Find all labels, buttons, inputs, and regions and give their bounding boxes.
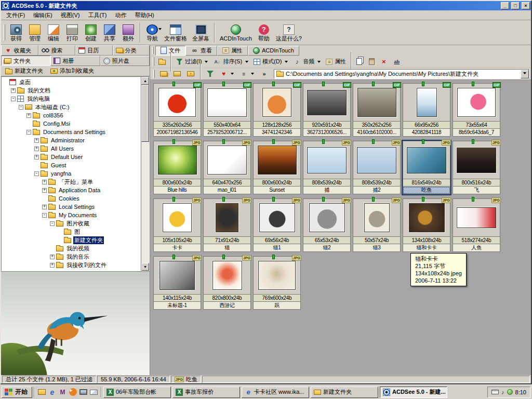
toolbar-button-help[interactable]: ?帮助 <box>255 21 273 44</box>
tree-item[interactable]: +Administrator <box>2 136 141 144</box>
expand-icon[interactable]: + <box>42 180 47 184</box>
scroll-down-icon[interactable]: ▼ <box>141 263 149 271</box>
expand-icon[interactable]: + <box>26 113 31 118</box>
tree-item[interactable]: -本地磁盘 (C:) <box>2 103 141 111</box>
toolbar-button-acdintouch[interactable]: ACDInTouch <box>217 21 255 44</box>
thumbnail[interactable]: JPG140x115x24b未标题-1 <box>153 256 201 310</box>
thumbnail[interactable]: GIF920x591x24b3627312006526... <box>303 83 351 137</box>
expand-icon[interactable]: + <box>11 88 16 93</box>
tree-item[interactable]: -Documents and Settings <box>2 128 141 136</box>
tree-item[interactable]: +我的文档 <box>2 86 141 95</box>
expand-icon[interactable]: + <box>34 147 39 151</box>
toolbar-button-print[interactable]: 打印 <box>63 21 82 44</box>
expand-icon[interactable]: + <box>34 138 39 143</box>
add-to-favorites-button[interactable]: +添加到收藏夹 <box>47 66 97 75</box>
current-folder-button[interactable]: 新建文件夹 <box>2 66 46 75</box>
expand-icon[interactable]: + <box>42 205 47 209</box>
toolbar-button-acquire[interactable]: 获得 <box>7 21 25 44</box>
tree-item[interactable]: -图片收藏 <box>2 219 141 228</box>
expand-icon[interactable]: + <box>42 188 47 193</box>
menu-item[interactable]: 视图(V) <box>57 10 84 20</box>
thumbnail[interactable]: JPG816x549x24b吃鱼 <box>403 141 450 194</box>
address-addr1-button[interactable] <box>157 69 170 79</box>
quicklaunch-mail-icon[interactable] <box>89 388 98 396</box>
thumbnail[interactable]: JPG808x539x24b捕 <box>303 141 351 194</box>
tree-item[interactable]: 桌面 <box>2 78 141 86</box>
browser-tab-propstab[interactable]: ≡属性 <box>217 46 248 56</box>
quicklaunch-folder-icon[interactable] <box>37 388 46 396</box>
thumbnail[interactable]: JPG808x539x24b捕2 <box>353 141 401 194</box>
menu-item[interactable]: 帮助(H) <box>130 10 158 20</box>
thumbnail[interactable]: GIF73x55x648b59c643da6_7 <box>453 83 500 137</box>
thumbnail[interactable]: GIF66x95x25642082841118 <box>403 83 450 137</box>
expand-icon[interactable]: + <box>50 255 55 259</box>
thumbnail[interactable]: JPG769x600x24b跃 <box>253 256 301 310</box>
tree-item[interactable]: -yangfna <box>2 169 141 178</box>
address-addrmore-button[interactable]: » <box>258 69 271 79</box>
tree-item[interactable]: +Local Settings <box>2 203 141 211</box>
tree-item[interactable]: 图 <box>2 228 141 236</box>
thumbnail[interactable]: JPG800x600x24bSunset <box>253 141 301 194</box>
toolbar-button-fullscreen[interactable]: 全屏幕 <box>190 21 212 44</box>
scrollbar-thumb[interactable] <box>141 85 149 142</box>
minimize-button[interactable]: _ <box>501 2 509 9</box>
tree-item[interactable]: +我接收到的文件 <box>2 261 141 269</box>
close-button[interactable]: × <box>522 2 530 9</box>
quicklaunch-desktop-icon[interactable] <box>79 388 88 396</box>
thumbnail[interactable]: JPG105x105x24b卡卡 <box>153 198 201 252</box>
collapse-icon[interactable]: - <box>26 130 31 135</box>
start-button[interactable]: 开始 <box>2 387 32 398</box>
tree-item[interactable]: +col8356 <box>2 111 141 119</box>
tree-item[interactable]: Cookies <box>2 194 141 203</box>
thumbnail[interactable]: GIF350x262x2564160cb6102000... <box>353 83 401 137</box>
taskbar-clock[interactable]: 8:10 <box>515 389 526 395</box>
browse-audio-button[interactable]: ♪音频 <box>290 57 323 67</box>
thumbnail[interactable]: JPG134x108x24b猫和卡卡 <box>403 198 450 252</box>
tree-item[interactable]: +Default User <box>2 153 141 161</box>
toolbar-button-whatsthis[interactable]: ?这是什么? <box>273 21 304 44</box>
collapse-icon[interactable]: - <box>19 105 23 110</box>
maximize-button[interactable]: □ <box>511 2 520 9</box>
toolbar-button-extra[interactable]: 额外 <box>119 21 138 44</box>
browse-toolbar-grip[interactable] <box>153 57 154 65</box>
thumbnail[interactable]: JPG50x57x24b猫3 <box>353 198 401 252</box>
collapse-icon[interactable]: - <box>34 171 39 176</box>
toolbar-button-create[interactable]: 创建 <box>82 21 100 44</box>
thumbnail[interactable]: JPG800x516x24b飞 <box>453 141 500 194</box>
tab-categories[interactable]: 分类 <box>113 45 150 56</box>
title-bar[interactable]: ACDSee 5.0 - 新建文件夹 _ □ × <box>1 1 531 10</box>
menu-item[interactable]: 动作 <box>111 10 130 20</box>
browse-copy-button[interactable] <box>354 57 366 67</box>
task-button[interactable]: ACDSee 5.0 - 新建... <box>380 387 447 398</box>
browse-paste-button[interactable] <box>366 57 377 67</box>
thumbnail[interactable]: JPG71x91x24b猫 <box>203 198 251 252</box>
collapse-icon[interactable]: - <box>50 221 55 226</box>
toolbar-button-navigate[interactable]: 导航 <box>143 21 162 44</box>
thumbnail[interactable]: GIF550x400x642579252006712... <box>203 83 251 137</box>
thumbnail[interactable]: JPG800x600x24bBlue hills <box>153 141 201 194</box>
preview-pane[interactable] <box>1 271 150 375</box>
address-combo[interactable]: C:\Documents and Settings\yangfna\My Doc… <box>274 69 529 79</box>
browse-props-button[interactable]: ≡属性 <box>323 57 349 67</box>
thumbnail[interactable]: JPG65x53x24b猫2 <box>303 198 351 252</box>
tab-album[interactable]: 相册 <box>50 56 100 66</box>
tree-item[interactable]: -My Documents <box>2 211 141 219</box>
tree-item[interactable]: Config.Msi <box>2 119 141 128</box>
thumbnail[interactable]: GIF128x128x25634741242346 <box>253 83 301 137</box>
toolbar-button-share[interactable]: 共享 <box>100 21 119 44</box>
tree-item[interactable]: +我的音乐 <box>2 252 141 261</box>
quicklaunch-msn-icon[interactable]: M <box>58 388 67 396</box>
toolbar-button-filepane[interactable]: 文件窗格 <box>162 21 190 44</box>
address-addr2-button[interactable] <box>171 69 183 79</box>
menu-item[interactable]: 文件(F) <box>2 10 29 20</box>
scroll-up-icon[interactable]: ▲ <box>141 77 149 85</box>
thumbnail[interactable]: GIF335x260x256200671982136546 <box>153 83 201 137</box>
tree-scrollbar[interactable]: ▲ ▼ <box>141 77 149 271</box>
tree-item[interactable]: 我的视频 <box>2 244 141 252</box>
tab-search[interactable]: 搜索 <box>38 45 76 56</box>
address-addrup-button[interactable]: ↑ <box>184 69 197 79</box>
tab-favorites[interactable]: ♥收藏夹 <box>1 45 38 56</box>
task-button[interactable]: 新建文件夹 <box>311 387 378 398</box>
task-button[interactable]: X事故车报价 <box>172 387 240 398</box>
quicklaunch-ie-icon[interactable]: e <box>48 388 57 396</box>
